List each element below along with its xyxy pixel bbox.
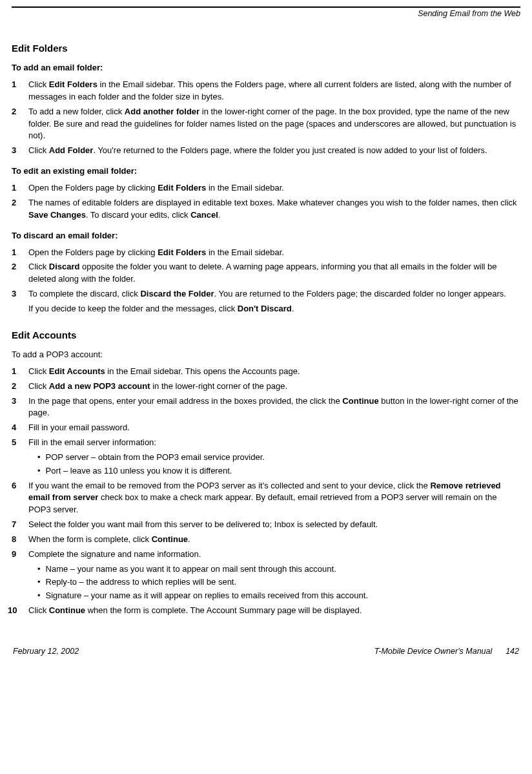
step: Select the folder you want mail from thi… [12,519,520,531]
header-rule [12,6,520,8]
bullet-item: Signature – your name as it will appear … [37,590,520,602]
section-heading-edit-accounts: Edit Accounts [12,329,520,340]
bullet-list: POP server – obtain from the POP3 email … [28,452,520,477]
step: Click Edit Folders in the Email sidebar.… [12,79,520,103]
section-heading-edit-folders: Edit Folders [12,43,520,54]
bullet-item: Reply-to – the address to which replies … [37,576,520,589]
step: Fill in the email server information: PO… [12,437,520,477]
steps-add-folder: Click Edit Folders in the Email sidebar.… [12,79,520,157]
steps-edit-folder: Open the Folders page by clicking Edit F… [12,182,520,222]
step: Click Add a new POP3 account in the lowe… [12,381,520,393]
bullet-item: POP server – obtain from the POP3 email … [37,452,520,464]
step: When the form is complete, click Continu… [12,534,520,546]
step: If you want the email to be removed from… [12,480,520,517]
page: Sending Email from the Web Edit Folders … [0,0,532,662]
footer-date: February 12, 2002 [13,647,79,656]
step: Click Discard opposite the folder you wa… [12,261,520,286]
step: Click Add Folder. You're returned to the… [12,145,520,157]
subheading-add-pop3: To add a POP3 account: [12,350,520,359]
step: Open the Folders page by clicking Edit F… [12,182,520,194]
steps-add-pop3: Click Edit Accounts in the Email sidebar… [12,366,520,617]
step: Complete the signature and name informat… [12,549,520,602]
step: In the page that opens, enter your email… [12,395,520,420]
page-footer: February 12, 2002 T-Mobile Device Owner'… [12,647,520,656]
step: Open the Folders page by clicking Edit F… [12,247,520,259]
step: Click Edit Accounts in the Email sidebar… [12,366,520,378]
bullet-item: Port – leave as 110 unless you know it i… [37,465,520,477]
step: The names of editable folders are displa… [12,197,520,222]
bullet-item: Name – your name as you want it to appea… [37,563,520,576]
steps-discard-folder: Open the Folders page by clicking Edit F… [12,247,520,315]
subheading-add-folder: To add an email folder: [12,63,520,72]
running-header: Sending Email from the Web [12,9,520,18]
step: To complete the discard, click Discard t… [12,288,520,315]
step: Click Continue when the form is complete… [12,605,520,617]
footer-title: T-Mobile Device Owner's Manual 142 [374,647,519,656]
bullet-list: Name – your name as you want it to appea… [28,563,520,603]
step: Fill in your email password. [12,422,520,434]
subheading-edit-folder: To edit an existing email folder: [12,166,520,176]
step-followup: If you decide to keep the folder and the… [28,303,520,315]
step: To add a new folder, click Add another f… [12,106,520,143]
subheading-discard-folder: To discard an email folder: [12,231,520,240]
